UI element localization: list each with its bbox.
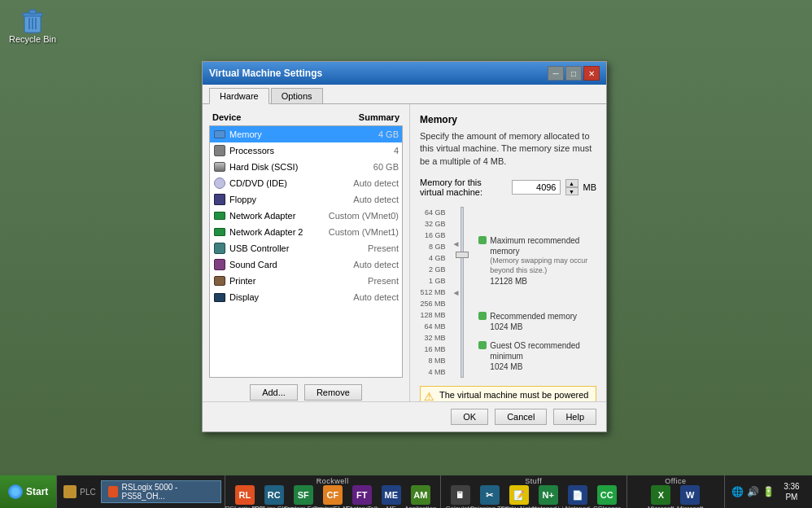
memory-section-title: Memory [420, 114, 596, 125]
network2-icon [213, 226, 226, 239]
sticky-notes-icon[interactable]: 📝 Sticky Notes [506, 485, 532, 508]
device-floppy[interactable]: Floppy Auto detect [210, 191, 402, 208]
controlflash-icon[interactable]: CF ControlFLASH [320, 485, 346, 508]
legend-recommended: Recommended memory 1024 MB [478, 311, 596, 332]
dialog-body: Device Summary Memory 4 GB [203, 104, 606, 401]
guest-os-label: Guest OS recommended minimum [490, 340, 596, 361]
device-memory[interactable]: Memory 4 GB [210, 126, 402, 142]
factorytalk-icon[interactable]: FT FactoryTalk View Studio [349, 485, 375, 508]
desktop: Recycle Bin Virtual Machine Settings ─ □… [0, 0, 812, 475]
rslinx-classic-icon[interactable]: RC RSLinx Classic [261, 485, 287, 508]
notepad-icon[interactable]: 📄 Notepad [565, 485, 591, 508]
taskbar: Start PLC RSLogix 5000 - PS58_OH... Rock… [0, 475, 812, 508]
application-manager-icon[interactable]: AM Application Manager [408, 485, 434, 508]
harddisk-icon [213, 160, 226, 173]
minimize-button[interactable]: ─ [548, 66, 564, 81]
device-col-header: Device [212, 112, 241, 122]
memory-slider-thumb[interactable] [456, 252, 469, 258]
taskbar-running: PLC RSLogix 5000 - PS58_OH... [57, 475, 225, 508]
warning-box: ⚠ The virtual machine must be powered of… [420, 386, 596, 401]
maximize-button[interactable]: □ [565, 66, 582, 81]
start-button[interactable]: Start [0, 475, 57, 508]
stuff-group-icons: 🖩 Calculator ✂ Snipping Tool 📝 Sticky No… [447, 485, 620, 508]
max-recommended-note: (Memory swapping may occur beyond this s… [490, 256, 596, 275]
floppy-icon [213, 193, 226, 206]
tray-battery-icon[interactable]: 🔋 [762, 485, 775, 498]
memory-spin-up[interactable]: ▲ [565, 179, 578, 187]
system-clock[interactable]: 3:36 PM [778, 481, 805, 502]
device-panel: Device Summary Memory 4 GB [203, 104, 410, 401]
help-button[interactable]: Help [553, 409, 596, 425]
svg-rect-2 [29, 10, 36, 14]
processors-icon [213, 144, 226, 157]
stuff-group-label: Stuff [525, 475, 542, 485]
device-soundcard[interactable]: Sound Card Auto detect [210, 256, 402, 273]
taskbar-area: PLC [60, 484, 98, 500]
memory-legend: Maximum recommended memory (Memory swapp… [478, 235, 596, 378]
me-transfer-icon[interactable]: ME ME Transfer Utility [378, 485, 404, 508]
memory-icon [213, 128, 226, 141]
recycle-bin-icon[interactable]: Recycle Bin [8, 8, 57, 44]
running-rslogix[interactable]: RSLogix 5000 - PS58_OH... [101, 480, 221, 503]
memory-spin-down[interactable]: ▼ [565, 187, 578, 195]
ok-button[interactable]: OK [451, 409, 488, 425]
taskbar-group-rockwell: Rockwell RL RSLogix 5000 RC RSLinx Class… [225, 475, 441, 508]
tab-options[interactable]: Options [271, 88, 323, 103]
word2010-icon[interactable]: W Microsoft Word 2010 [677, 485, 703, 508]
device-list: Memory 4 GB Processors 4 H [209, 125, 403, 378]
remove-button[interactable]: Remove [304, 384, 362, 401]
rslogix5000-icon[interactable]: RL RSLogix 5000 [232, 485, 258, 508]
memory-slider-area: 64 GB 32 GB 16 GB 8 GB 4 GB 2 GB 1 GB 51… [420, 207, 596, 378]
device-cddvd[interactable]: CD/DVD (IDE) Auto detect [210, 175, 402, 191]
device-usb[interactable]: USB Controller Present [210, 240, 402, 256]
memory-input[interactable] [512, 180, 561, 195]
legend-guest-os: Guest OS recommended minimum 1024 MB [478, 340, 596, 372]
legend-max-recommended: Maximum recommended memory (Memory swapp… [478, 235, 596, 286]
office-group-label: Office [665, 475, 686, 485]
max-recommended-label: Maximum recommended memory [490, 235, 596, 256]
clock-time: 3:36 PM [778, 481, 805, 502]
rslogix-taskbar-icon [108, 486, 119, 497]
device-list-header: Device Summary [209, 111, 403, 124]
soundcard-icon [213, 258, 226, 271]
device-processors[interactable]: Processors 4 [210, 142, 402, 159]
add-button[interactable]: Add... [250, 384, 298, 401]
printer-icon [213, 274, 226, 287]
guest-os-value: 1024 MB [490, 361, 596, 372]
device-harddisk[interactable]: Hard Disk (SCSI) 60 GB [210, 159, 402, 175]
rockwell-group-icons: RL RSLogix 5000 RC RSLinx Classic SF Sys… [232, 485, 434, 508]
device-network-adapter2[interactable]: Network Adapter 2 Custom (VMnet1) [210, 224, 402, 240]
cddvd-icon [213, 177, 226, 190]
office-group-icons: X Microsoft Excel 2010 W Microsoft Word … [648, 485, 703, 508]
display-icon [213, 291, 226, 304]
memory-slider-track-area[interactable]: ◄ ◄ [452, 207, 466, 378]
tray-volume-icon[interactable]: 🔊 [747, 485, 759, 498]
snipping-tool-icon[interactable]: ✂ Snipping Tool [477, 485, 503, 508]
memory-panel: Memory Specify the amount of memory allo… [410, 104, 606, 401]
close-button[interactable]: ✕ [583, 66, 600, 81]
calculator-icon[interactable]: 🖩 Calculator [447, 485, 474, 508]
warning-icon: ⚠ [424, 390, 434, 401]
system-ferret-icon[interactable]: SF System Ferret [290, 485, 317, 508]
device-printer[interactable]: Printer Present [210, 273, 402, 289]
memory-input-row: Memory for this virtual machine: ▲ ▼ MB [420, 177, 596, 197]
warning-text: The virtual machine must be powered off … [439, 390, 592, 401]
ccleaner-icon[interactable]: CC CCleaner [594, 485, 620, 508]
taskbar-group-stuff: Stuff 🖩 Calculator ✂ Snipping Tool 📝 Sti… [441, 475, 627, 508]
recommended-label: Recommended memory [490, 311, 577, 322]
memory-spinner: ▲ ▼ [565, 179, 578, 195]
device-network-adapter[interactable]: Network Adapter Custom (VMnet0) [210, 208, 402, 224]
cancel-button[interactable]: Cancel [495, 409, 547, 425]
excel2010-icon[interactable]: X Microsoft Excel 2010 [648, 485, 674, 508]
running-rslogix-label: RSLogix 5000 - PS58_OH... [121, 483, 213, 501]
max-recommended-value: 12128 MB [490, 276, 596, 287]
notepadpp-icon[interactable]: N+ Notepad++ [535, 485, 561, 508]
device-display[interactable]: Display Auto detect [210, 289, 402, 305]
summary-col-header: Summary [359, 112, 399, 122]
tray-network-icon[interactable]: 🌐 [731, 485, 744, 498]
rockwell-group-label: Rockwell [317, 475, 349, 485]
recycle-bin-label: Recycle Bin [9, 34, 56, 44]
tab-hardware[interactable]: Hardware [209, 88, 269, 104]
memory-scale: 64 GB 32 GB 16 GB 8 GB 4 GB 2 GB 1 GB 51… [420, 207, 446, 378]
recommended-value: 1024 MB [490, 322, 577, 332]
